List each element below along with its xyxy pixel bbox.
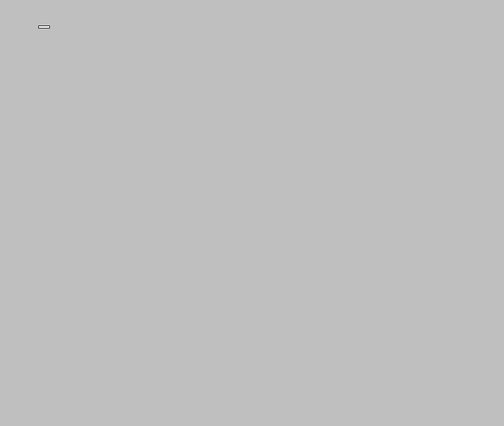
charts-canvas bbox=[0, 0, 504, 426]
legend-drag-factor bbox=[38, 26, 50, 28]
figure-window bbox=[0, 0, 504, 426]
